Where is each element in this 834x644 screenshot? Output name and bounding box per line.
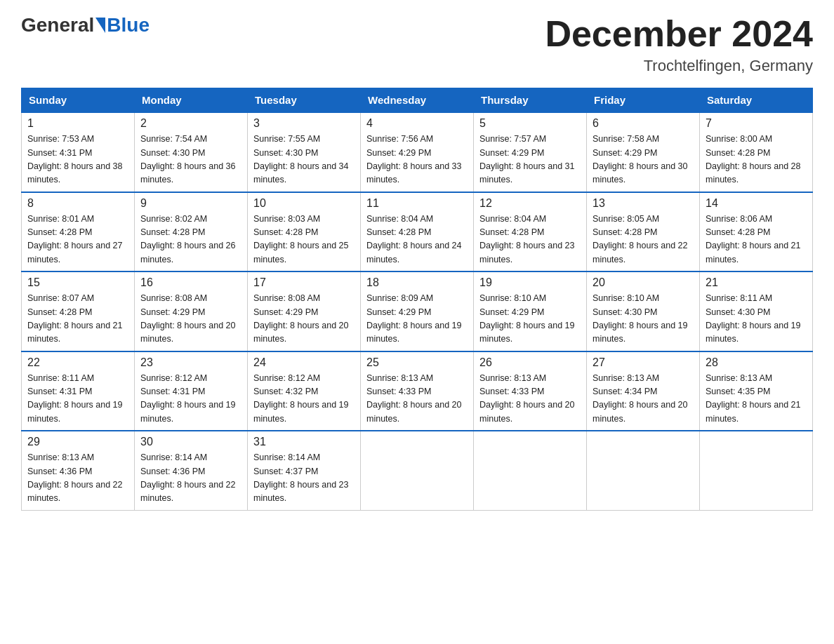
day-number: 1 (27, 117, 128, 130)
day-number: 29 (27, 436, 128, 448)
calendar-cell: 17 Sunrise: 8:08 AMSunset: 4:29 PMDaylig… (248, 271, 361, 351)
month-title: December 2024 (545, 14, 813, 54)
calendar-cell: 20 Sunrise: 8:10 AMSunset: 4:30 PMDaylig… (587, 271, 700, 351)
day-number: 13 (593, 197, 694, 210)
day-number: 20 (593, 276, 694, 289)
day-info: Sunrise: 7:57 AMSunset: 4:29 PMDaylight:… (479, 133, 581, 187)
logo-arrow-icon (95, 18, 105, 33)
day-info: Sunrise: 8:01 AMSunset: 4:28 PMDaylight:… (27, 213, 128, 267)
day-info: Sunrise: 8:11 AMSunset: 4:31 PMDaylight:… (27, 372, 128, 427)
calendar-header-thursday: Thursday (474, 88, 587, 113)
calendar-cell: 22 Sunrise: 8:11 AMSunset: 4:31 PMDaylig… (22, 351, 135, 431)
calendar-week-row: 1 Sunrise: 7:53 AMSunset: 4:31 PMDayligh… (22, 112, 813, 192)
day-number: 15 (27, 276, 128, 289)
day-info: Sunrise: 7:58 AMSunset: 4:29 PMDaylight:… (593, 133, 694, 187)
day-info: Sunrise: 8:02 AMSunset: 4:28 PMDaylight:… (140, 213, 241, 267)
calendar-week-row: 29 Sunrise: 8:13 AMSunset: 4:36 PMDaylig… (22, 431, 813, 510)
day-info: Sunrise: 8:12 AMSunset: 4:31 PMDaylight:… (140, 372, 241, 427)
day-info: Sunrise: 8:13 AMSunset: 4:35 PMDaylight:… (706, 372, 807, 427)
calendar-cell: 1 Sunrise: 7:53 AMSunset: 4:31 PMDayligh… (22, 112, 135, 192)
day-number: 26 (479, 356, 581, 369)
day-info: Sunrise: 8:10 AMSunset: 4:30 PMDaylight:… (593, 292, 694, 347)
calendar-cell: 26 Sunrise: 8:13 AMSunset: 4:33 PMDaylig… (474, 351, 587, 431)
day-number: 17 (253, 276, 355, 289)
day-info: Sunrise: 8:14 AMSunset: 4:36 PMDaylight:… (140, 451, 241, 506)
day-info: Sunrise: 8:07 AMSunset: 4:28 PMDaylight:… (27, 292, 128, 347)
calendar-cell: 8 Sunrise: 8:01 AMSunset: 4:28 PMDayligh… (22, 192, 135, 272)
calendar-cell: 28 Sunrise: 8:13 AMSunset: 4:35 PMDaylig… (700, 351, 813, 431)
day-info: Sunrise: 8:09 AMSunset: 4:29 PMDaylight:… (366, 292, 468, 347)
day-number: 16 (140, 276, 241, 289)
calendar-cell: 15 Sunrise: 8:07 AMSunset: 4:28 PMDaylig… (22, 271, 135, 351)
day-number: 10 (253, 197, 355, 210)
calendar-cell (361, 431, 474, 510)
location: Trochtelfingen, Germany (545, 57, 813, 75)
calendar-cell: 7 Sunrise: 8:00 AMSunset: 4:28 PMDayligh… (700, 112, 813, 192)
day-number: 19 (479, 276, 581, 289)
day-info: Sunrise: 8:04 AMSunset: 4:28 PMDaylight:… (479, 213, 581, 267)
day-number: 18 (366, 276, 468, 289)
calendar-cell: 10 Sunrise: 8:03 AMSunset: 4:28 PMDaylig… (248, 192, 361, 272)
day-info: Sunrise: 7:54 AMSunset: 4:30 PMDaylight:… (140, 133, 241, 187)
day-info: Sunrise: 8:11 AMSunset: 4:30 PMDaylight:… (706, 292, 807, 347)
calendar-week-row: 22 Sunrise: 8:11 AMSunset: 4:31 PMDaylig… (22, 351, 813, 431)
calendar-cell: 24 Sunrise: 8:12 AMSunset: 4:32 PMDaylig… (248, 351, 361, 431)
calendar-cell (474, 431, 587, 510)
calendar-table: SundayMondayTuesdayWednesdayThursdayFrid… (21, 88, 813, 511)
day-info: Sunrise: 8:13 AMSunset: 4:34 PMDaylight:… (593, 372, 694, 427)
day-number: 23 (140, 356, 241, 369)
day-info: Sunrise: 8:12 AMSunset: 4:32 PMDaylight:… (253, 372, 355, 427)
day-info: Sunrise: 8:10 AMSunset: 4:29 PMDaylight:… (479, 292, 581, 347)
calendar-cell (700, 431, 813, 510)
day-number: 31 (253, 436, 355, 448)
calendar-cell: 31 Sunrise: 8:14 AMSunset: 4:37 PMDaylig… (248, 431, 361, 510)
day-info: Sunrise: 7:55 AMSunset: 4:30 PMDaylight:… (253, 133, 355, 187)
day-number: 2 (140, 117, 241, 130)
calendar-cell: 29 Sunrise: 8:13 AMSunset: 4:36 PMDaylig… (22, 431, 135, 510)
day-info: Sunrise: 7:53 AMSunset: 4:31 PMDaylight:… (27, 133, 128, 187)
day-info: Sunrise: 8:00 AMSunset: 4:28 PMDaylight:… (706, 133, 807, 187)
calendar-cell: 21 Sunrise: 8:11 AMSunset: 4:30 PMDaylig… (700, 271, 813, 351)
calendar-cell: 18 Sunrise: 8:09 AMSunset: 4:29 PMDaylig… (361, 271, 474, 351)
calendar-header-friday: Friday (587, 88, 700, 113)
day-number: 6 (593, 117, 694, 130)
day-info: Sunrise: 8:05 AMSunset: 4:28 PMDaylight:… (593, 213, 694, 267)
day-number: 28 (706, 356, 807, 369)
day-info: Sunrise: 8:13 AMSunset: 4:33 PMDaylight:… (479, 372, 581, 427)
day-info: Sunrise: 8:14 AMSunset: 4:37 PMDaylight:… (253, 451, 355, 506)
calendar-header-saturday: Saturday (700, 88, 813, 113)
day-number: 14 (706, 197, 807, 210)
logo-general-text: General (21, 14, 94, 36)
calendar-cell: 9 Sunrise: 8:02 AMSunset: 4:28 PMDayligh… (135, 192, 248, 272)
day-number: 24 (253, 356, 355, 369)
day-info: Sunrise: 8:04 AMSunset: 4:28 PMDaylight:… (366, 213, 468, 267)
day-info: Sunrise: 8:08 AMSunset: 4:29 PMDaylight:… (253, 292, 355, 347)
logo: General Blue (21, 14, 150, 36)
calendar-week-row: 15 Sunrise: 8:07 AMSunset: 4:28 PMDaylig… (22, 271, 813, 351)
day-number: 30 (140, 436, 241, 448)
calendar-cell: 5 Sunrise: 7:57 AMSunset: 4:29 PMDayligh… (474, 112, 587, 192)
calendar-cell: 23 Sunrise: 8:12 AMSunset: 4:31 PMDaylig… (135, 351, 248, 431)
day-number: 8 (27, 197, 128, 210)
day-number: 4 (366, 117, 468, 130)
calendar-cell: 11 Sunrise: 8:04 AMSunset: 4:28 PMDaylig… (361, 192, 474, 272)
day-number: 3 (253, 117, 355, 130)
day-number: 9 (140, 197, 241, 210)
calendar-header-monday: Monday (135, 88, 248, 113)
day-number: 7 (706, 117, 807, 130)
day-info: Sunrise: 8:03 AMSunset: 4:28 PMDaylight:… (253, 213, 355, 267)
calendar-cell: 2 Sunrise: 7:54 AMSunset: 4:30 PMDayligh… (135, 112, 248, 192)
day-info: Sunrise: 8:06 AMSunset: 4:28 PMDaylight:… (706, 213, 807, 267)
calendar-header-tuesday: Tuesday (248, 88, 361, 113)
calendar-cell: 14 Sunrise: 8:06 AMSunset: 4:28 PMDaylig… (700, 192, 813, 272)
calendar-header-row: SundayMondayTuesdayWednesdayThursdayFrid… (22, 88, 813, 113)
day-number: 12 (479, 197, 581, 210)
calendar-cell: 3 Sunrise: 7:55 AMSunset: 4:30 PMDayligh… (248, 112, 361, 192)
day-number: 25 (366, 356, 468, 369)
calendar-cell: 6 Sunrise: 7:58 AMSunset: 4:29 PMDayligh… (587, 112, 700, 192)
day-info: Sunrise: 8:13 AMSunset: 4:33 PMDaylight:… (366, 372, 468, 427)
calendar-header-wednesday: Wednesday (361, 88, 474, 113)
calendar-cell: 13 Sunrise: 8:05 AMSunset: 4:28 PMDaylig… (587, 192, 700, 272)
day-number: 11 (366, 197, 468, 210)
day-number: 22 (27, 356, 128, 369)
